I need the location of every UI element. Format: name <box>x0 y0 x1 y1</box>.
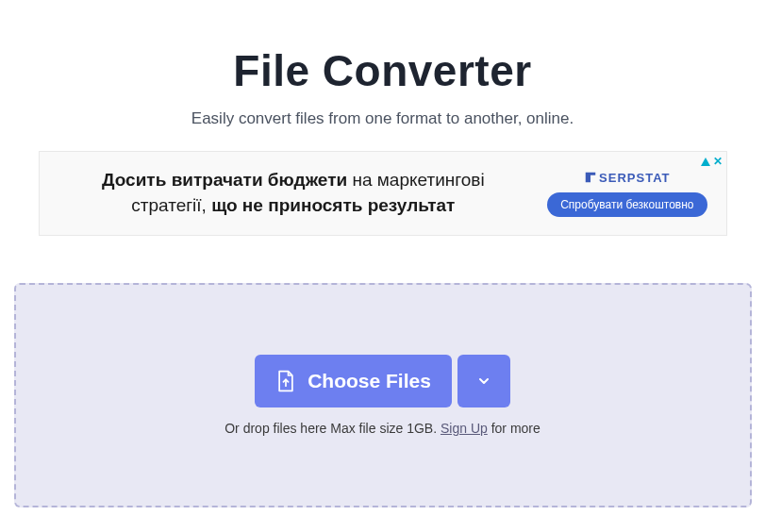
hint-prefix: Or drop files here Max file size 1GB. <box>225 421 441 436</box>
hint-suffix: for more <box>488 421 540 436</box>
ad-line2-start: стратегії, <box>131 195 211 215</box>
choose-files-group: Choose Files <box>255 355 510 407</box>
choose-files-dropdown-button[interactable] <box>457 355 510 407</box>
ad-brand-name: SERPSTAT <box>599 171 670 185</box>
signup-link[interactable]: Sign Up <box>441 421 488 436</box>
page-container: File Converter Easily convert files from… <box>0 0 765 519</box>
choose-files-button[interactable]: Choose Files <box>255 355 452 407</box>
ad-cta-button[interactable]: Спробувати безкоштовно <box>547 192 707 217</box>
page-title: File Converter <box>0 45 765 96</box>
ad-line2-bold: що не приносять результат <box>211 195 455 215</box>
adchoices-icon[interactable] <box>701 155 710 168</box>
dropzone-hint: Or drop files here Max file size 1GB. Si… <box>225 421 540 436</box>
ad-controls: ✕ <box>701 155 723 168</box>
chevron-down-icon <box>476 374 491 389</box>
ad-right: SERPSTAT Спробувати безкоштовно <box>547 171 707 217</box>
ad-banner[interactable]: ✕ Досить витрачати бюджети на маркетинго… <box>39 151 727 236</box>
dropzone[interactable]: Choose Files Or drop files here Max file… <box>14 283 752 507</box>
file-upload-icon <box>275 370 296 392</box>
ad-brand-logo: SERPSTAT <box>584 171 670 185</box>
brand-icon <box>584 171 597 184</box>
dropzone-wrapper: Choose Files Or drop files here Max file… <box>0 272 765 519</box>
ad-line1-bold: Досить витрачати бюджети <box>102 170 347 190</box>
ad-line1-rest: на маркетингові <box>347 170 484 190</box>
hero-section: File Converter Easily convert files from… <box>0 0 765 236</box>
page-subtitle: Easily convert files from one format to … <box>0 109 765 128</box>
choose-files-label: Choose Files <box>308 370 431 392</box>
ad-text: Досить витрачати бюджети на маркетингові… <box>58 168 529 218</box>
close-icon[interactable]: ✕ <box>712 155 723 166</box>
